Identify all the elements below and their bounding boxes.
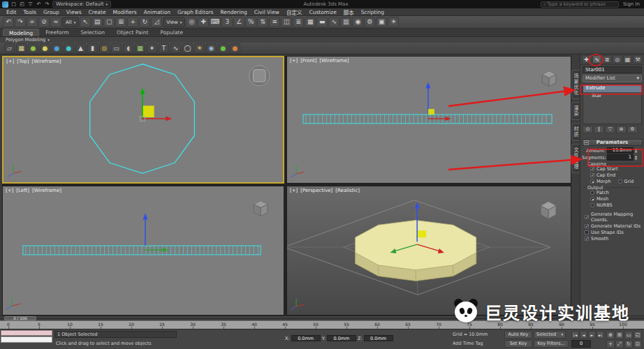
- zoom-region-icon[interactable]: ◱: [634, 331, 642, 339]
- grid-helper-icon[interactable]: ▦: [135, 43, 145, 53]
- left-viewport-canvas[interactable]: [3, 186, 284, 315]
- angle-snap-icon[interactable]: ∠: [233, 17, 244, 27]
- timeline-tick-10[interactable]: 10: [67, 322, 73, 327]
- camera-icon[interactable]: ◉: [206, 43, 217, 53]
- viewport-name-button[interactable]: [Top]: [17, 59, 29, 64]
- redo-small-icon[interactable]: ↷: [44, 1, 50, 7]
- auto-key-button[interactable]: Auto Key: [504, 331, 532, 339]
- select-by-name-icon[interactable]: ▤: [92, 17, 103, 27]
- viewport-perspective[interactable]: [+] [Perspective] [Realistic]: [286, 186, 571, 315]
- top-viewport-canvas[interactable]: [3, 57, 283, 182]
- viewport-name-button[interactable]: [Perspective]: [300, 188, 332, 193]
- schematic-view-icon[interactable]: ▥: [340, 17, 351, 27]
- undo-small-icon[interactable]: ↶: [36, 1, 42, 7]
- app-logo-icon[interactable]: [2, 1, 8, 8]
- layer-manager-icon[interactable]: ▦: [305, 17, 316, 27]
- stack-item-star[interactable]: Star: [583, 92, 641, 100]
- timeline-tick-45[interactable]: 45: [282, 322, 288, 327]
- graphite-ribbon-icon[interactable]: ▬: [316, 17, 328, 27]
- ribbon-tab-selection[interactable]: Selection: [75, 29, 111, 36]
- ribbon-tab-modeling[interactable]: Modeling: [3, 29, 39, 36]
- timeline-tick-50[interactable]: 50: [313, 322, 319, 327]
- sphere-yellow-icon[interactable]: ●: [40, 43, 50, 53]
- field-of-view-icon[interactable]: ⤢: [615, 340, 624, 348]
- menu-item-4[interactable]: Create: [85, 9, 110, 15]
- pin-stack-button[interactable]: ⊙: [583, 126, 593, 133]
- select-and-move-icon[interactable]: +: [127, 17, 138, 27]
- open-file-icon[interactable]: ◰: [19, 1, 25, 7]
- timeline-tick-20[interactable]: 20: [129, 322, 134, 327]
- amount-field[interactable]: 15.0mm: [607, 147, 634, 154]
- select-and-scale-icon[interactable]: ◿: [151, 17, 162, 27]
- viewport-top[interactable]: [+] [Top] [Wireframe]: [2, 56, 284, 184]
- mesh-radio[interactable]: Mesh: [590, 196, 641, 202]
- sphere-orange-icon[interactable]: ●: [230, 43, 240, 53]
- pan-icon[interactable]: +: [606, 340, 615, 348]
- light-icon[interactable]: ☀: [194, 43, 205, 53]
- viewport-menu-button[interactable]: [+]: [6, 188, 13, 193]
- torus-icon[interactable]: ◍: [99, 43, 110, 53]
- parameters-rollout-header[interactable]: − Parameters: [582, 139, 643, 146]
- grid-radio[interactable]: Grid: [618, 179, 634, 184]
- viewport-menu-button[interactable]: [+]: [6, 59, 14, 64]
- go-to-end-button[interactable]: ►|: [597, 331, 604, 339]
- make-unique-button[interactable]: ▽: [605, 126, 615, 133]
- plane-icon[interactable]: ▭: [111, 43, 122, 53]
- star-shape-icon[interactable]: ✶: [147, 43, 157, 53]
- mirror-icon[interactable]: ◫: [281, 17, 292, 27]
- timeline-tick-40[interactable]: 40: [251, 322, 257, 327]
- polygon-tool-icon[interactable]: ▱: [4, 43, 15, 53]
- percent-snap-icon[interactable]: %: [245, 17, 256, 27]
- curve-editor-icon[interactable]: ∿: [328, 17, 339, 27]
- cap-end-checkbox[interactable]: Cap End: [590, 172, 641, 178]
- render-production-icon[interactable]: ☀: [388, 17, 399, 27]
- show-end-result-button[interactable]: ∥: [594, 126, 604, 133]
- modifier-list-dropdown[interactable]: Modifier List ▾: [583, 75, 642, 82]
- unlink-selection-icon[interactable]: ⊘: [38, 17, 50, 27]
- align-icon[interactable]: ≣: [293, 17, 304, 27]
- remove-modifier-button[interactable]: ⊗: [616, 126, 627, 133]
- viewport-name-button[interactable]: [Front]: [300, 58, 316, 64]
- segments-field[interactable]: 1: [607, 154, 634, 161]
- menu-item-11[interactable]: Customize: [305, 9, 339, 15]
- viewport-menu-button[interactable]: [+]: [290, 188, 298, 193]
- text-tool-icon[interactable]: T: [159, 43, 169, 53]
- spinner-snap-icon[interactable]: ⇅: [257, 17, 268, 27]
- perspective-viewport-canvas[interactable]: [287, 186, 571, 315]
- use-pivot-center-icon[interactable]: ◎: [186, 17, 197, 27]
- menu-item-13[interactable]: Scripting: [358, 9, 388, 15]
- zoom-extents-icon[interactable]: ▭: [624, 331, 633, 339]
- helix-icon[interactable]: ∿: [170, 43, 181, 53]
- timeline-tick-70[interactable]: 70: [436, 322, 441, 327]
- display-tab[interactable]: ▦: [623, 55, 633, 64]
- ribbon-tab-freeform[interactable]: Freeform: [40, 29, 74, 36]
- patch-radio[interactable]: Patch: [590, 190, 641, 195]
- search-input[interactable]: ⌕Type a keyword or phrase: [541, 1, 619, 8]
- sign-in-link[interactable]: Sign In: [623, 1, 640, 7]
- selection-filter-dropdown[interactable]: All▾: [62, 17, 79, 27]
- maxscript-mini-listener[interactable]: [1, 336, 52, 343]
- menu-item-8[interactable]: Rendering: [217, 9, 250, 15]
- menu-item-1[interactable]: Tools: [20, 9, 40, 15]
- new-scene-icon[interactable]: ▢: [10, 1, 17, 7]
- viewport-name-button[interactable]: [Left]: [16, 188, 29, 193]
- hierarchy-tab[interactable]: ≣: [602, 55, 612, 64]
- generate-mapping-checkbox[interactable]: Generate Mapping Coords.: [585, 211, 644, 223]
- play-button[interactable]: ►: [588, 331, 596, 339]
- reference-coordinate-dropdown[interactable]: View▾: [163, 17, 185, 27]
- nurbs-radio[interactable]: NURBS: [590, 202, 641, 208]
- menu-item-2[interactable]: Group: [40, 9, 63, 15]
- timeline-tick-35[interactable]: 35: [221, 322, 226, 327]
- set-key-button[interactable]: Set Key: [504, 340, 532, 348]
- sphere-lime-icon[interactable]: ●: [218, 43, 228, 53]
- zoom-all-icon[interactable]: ⊞: [615, 331, 624, 339]
- morph-radio[interactable]: Morph: [590, 179, 611, 184]
- y-coordinate-field[interactable]: 0.0mm: [327, 335, 356, 341]
- select-and-rotate-icon[interactable]: ↻: [139, 17, 150, 27]
- viewport-front[interactable]: [+] [Front] [Wireframe]: [286, 56, 571, 184]
- sphere-green-icon[interactable]: ●: [28, 43, 38, 53]
- viewport-shading-button[interactable]: [Wireframe]: [320, 58, 349, 64]
- select-object-icon[interactable]: ↖: [80, 17, 91, 27]
- material-editor-icon[interactable]: ◉: [352, 17, 363, 27]
- smooth-checkbox[interactable]: Smooth: [585, 236, 644, 242]
